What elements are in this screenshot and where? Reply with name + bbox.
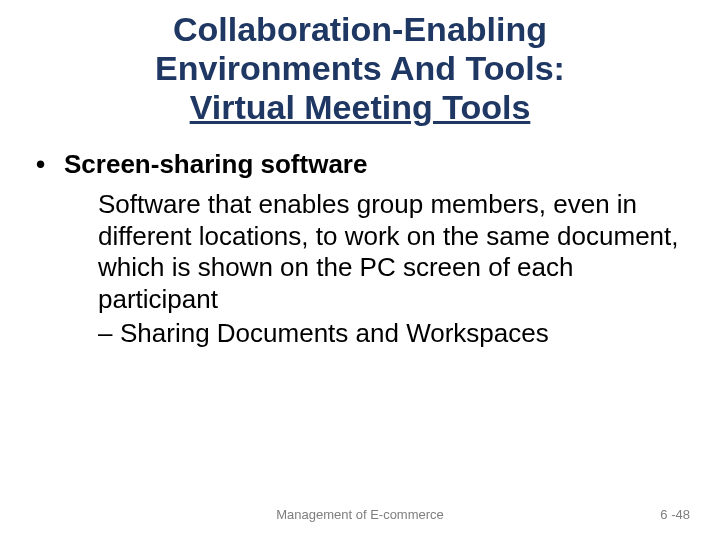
title-line-2: Environments And Tools: — [0, 49, 720, 88]
bullet-marker: • — [36, 149, 64, 181]
slide-title: Collaboration-Enabling Environments And … — [0, 0, 720, 127]
slide: Collaboration-Enabling Environments And … — [0, 0, 720, 540]
title-line-1: Collaboration-Enabling — [0, 10, 720, 49]
title-line-3: Virtual Meeting Tools — [0, 88, 720, 127]
slide-number: 6 -48 — [660, 507, 690, 522]
bullet-level-1: • Screen-sharing software — [36, 149, 684, 181]
description-text: Software that enables group members, eve… — [98, 189, 684, 316]
sub-bullet-1-text: Sharing Documents and Workspaces — [120, 318, 549, 350]
slide-body: • Screen-sharing software Software that … — [0, 127, 720, 349]
footer-center-text: Management of E-commerce — [0, 507, 720, 522]
dash-marker: – — [98, 318, 120, 350]
sub-content: Software that enables group members, eve… — [36, 189, 684, 350]
bullet-1-text: Screen-sharing software — [64, 149, 367, 181]
bullet-level-2: – Sharing Documents and Workspaces — [98, 318, 684, 350]
